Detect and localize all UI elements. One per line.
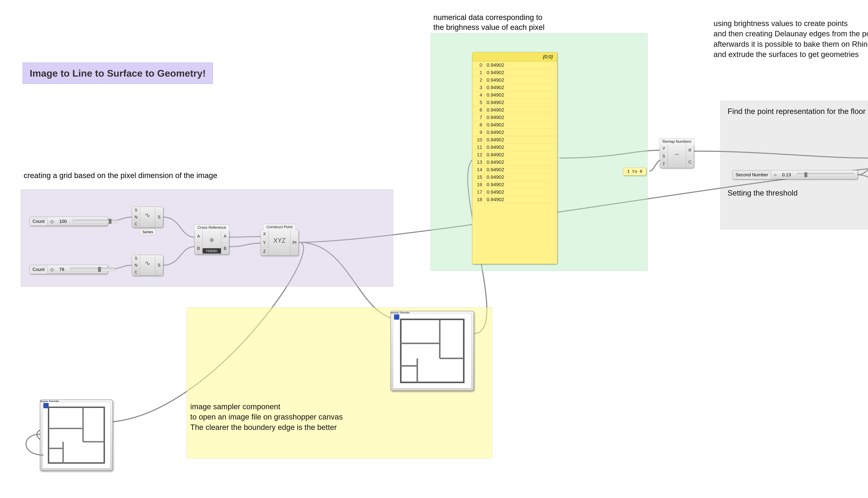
panel-row: 120.94902 [472,151,557,159]
port-in-n[interactable]: N [132,214,140,221]
panel-row: 140.94902 [472,166,557,173]
port-in-n[interactable]: N [132,262,140,269]
panel-row-index: 16 [472,181,485,188]
slider-mark: ◇ [48,265,56,274]
grasshopper-canvas[interactable]: { "title_scribble": "Image to Line to Su… [0,0,868,498]
series-icon: ∿ [142,257,153,270]
panel-row: 160.94902 [472,181,557,188]
panel-row-index: 1 [472,69,485,76]
port-in-y[interactable]: Y [261,238,268,247]
panel-row-index: 0 [472,62,485,69]
slider-label: Second Number [733,170,771,179]
panel-brightness-values[interactable]: {0;0} 00.9490210.9490220.9490230.9490240… [472,52,557,264]
group-points-title: Find the point representation for the fl… [728,106,868,116]
port-in-b[interactable]: B [194,243,202,254]
panel-row: 90.94902 [472,129,557,136]
annotation-workflow: using brightness values to create points… [714,18,868,60]
panel-row-index: 6 [472,106,485,114]
port-out-pt[interactable]: Pt [290,230,298,255]
domain-input-tag[interactable]: 1 to 0 [623,168,646,175]
panel-row: 20.94902 [472,76,557,84]
slider-track[interactable] [797,173,854,176]
port-in-a[interactable]: A [194,230,202,243]
panel-row: 110.94902 [472,144,557,151]
series-icon: ∿ [142,209,153,222]
floorplan-icon [42,402,110,468]
panel-row-value: 0.94902 [485,129,557,136]
panel-row-value: 0.94902 [485,151,557,158]
cross-reference-mode[interactable]: Holistic [203,248,221,253]
slider-label: Count [30,217,48,226]
panel-row: 130.94902 [472,159,557,166]
panel-row: 70.94902 [472,114,557,121]
slider-count-width[interactable]: Count ◇ 100 [29,217,108,226]
panel-row-index: 2 [472,76,485,84]
port-in-s[interactable]: S [132,207,140,214]
slider-count-height[interactable]: Count ◇ 78 [29,265,108,274]
panel-row-value: 0.94902 [485,159,557,166]
component-cross-reference[interactable]: Cross Reference A B A B ⁜ Holistic [194,230,229,254]
port-out-s[interactable]: S [155,207,163,227]
panel-row: 180.94902 [472,196,557,204]
panel-row-value: 0.94902 [485,76,557,84]
port-in-z[interactable]: Z [261,247,268,255]
port-in-c[interactable]: C [132,269,140,275]
remap-icon: ↔ [669,146,684,162]
slider-label: Count [30,265,48,274]
panel-row-value: 0.94902 [485,91,557,99]
panel-row-value: 0.94902 [485,144,557,151]
slider-threshold[interactable]: Second Number ○ 0.13 [733,170,858,179]
panel-row-value: 0.94902 [485,173,557,181]
svg-rect-1 [49,407,104,463]
svg-rect-0 [401,319,464,382]
panel-row-value: 0.94902 [485,121,557,129]
component-image-sampler-large[interactable]: Image Sampler [391,311,474,391]
panel-row: 10.94902 [472,69,557,76]
panel-row-value: 0.94902 [485,114,557,121]
panel-header: {0;0} [472,52,557,62]
panel-row-value: 0.94902 [485,196,557,203]
construct-point-tab: Construct Point [263,224,296,230]
slider-value: 0.13 [779,170,794,179]
component-series-1[interactable]: S N C S ∿ [132,207,163,227]
panel-row-value: 0.94902 [485,188,557,196]
port-out-r[interactable]: R [686,144,694,156]
panel-row-value: 0.94902 [485,62,557,69]
cross-reference-icon: ⁜ [204,232,219,248]
remap-tab: Remap Numbers [659,139,695,145]
floorplan-icon [393,313,472,389]
panel-output-grip[interactable] [557,155,557,161]
panel-row-index: 14 [472,166,485,173]
port-in-x[interactable]: X [261,230,268,238]
component-series-2[interactable]: S N C S ∿ [132,255,163,276]
panel-row: 30.94902 [472,84,557,91]
port-out-b[interactable]: B [221,243,229,254]
panel-row-value: 0.94902 [485,84,557,91]
port-out-s[interactable]: S [155,255,163,275]
component-image-sampler-small[interactable]: Image Sampler [40,399,113,471]
port-in-c[interactable]: C [132,221,140,227]
component-construct-point[interactable]: Construct Point X Y Z Pt XYZ [260,230,299,256]
slider-value: 78 [56,265,67,274]
port-in-s[interactable]: S [660,152,668,160]
cross-reference-tab: Cross Reference [194,224,229,231]
group-points-subtitle: Setting the threshold [728,188,798,198]
panel-row-index: 5 [472,99,485,106]
port-out-a[interactable]: A [221,230,229,243]
series-tab: Series [140,229,156,235]
port-in-t[interactable]: T [660,160,668,168]
port-out-c[interactable]: C [686,156,694,168]
panel-row-index: 18 [472,196,485,203]
panel-row: 80.94902 [472,121,557,129]
component-remap-numbers[interactable]: Remap Numbers V S T R C ↔ [660,144,694,168]
construct-point-icon: XYZ [270,232,289,250]
panel-row-index: 9 [472,129,485,136]
title-scribble: Image to Line to Surface to Geometry! [23,63,213,84]
port-in-s[interactable]: S [132,255,140,262]
panel-row-value: 0.94902 [485,166,557,173]
slider-track[interactable] [73,219,118,223]
panel-row: 100.94902 [472,136,557,144]
port-in-v[interactable]: V [660,144,668,152]
slider-track[interactable] [70,267,115,271]
panel-row-index: 3 [472,84,485,91]
